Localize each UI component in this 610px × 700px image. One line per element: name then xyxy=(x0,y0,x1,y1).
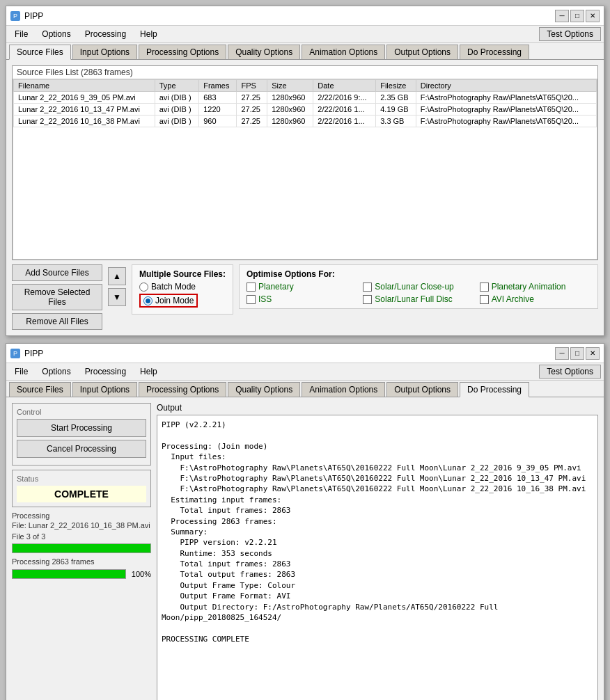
window-1: P PIPP ─ □ ✕ File Options Processing Hel… xyxy=(6,6,604,336)
radio-batch-item[interactable]: Batch Mode xyxy=(139,282,196,292)
start-processing-button[interactable]: Start Processing xyxy=(17,419,146,437)
file-progress-bar-container xyxy=(12,543,151,553)
cancel-processing-button[interactable]: Cancel Processing xyxy=(17,440,146,458)
output-label: Output xyxy=(157,403,598,413)
menu-processing-2[interactable]: Processing xyxy=(79,365,132,378)
checkbox-avi-archive[interactable] xyxy=(480,295,489,304)
opt-planetary-animation[interactable]: Planetary Animation xyxy=(480,282,591,292)
minimize-button-2[interactable]: ─ xyxy=(555,347,569,360)
test-options-button-1[interactable]: Test Options xyxy=(539,27,601,41)
table-cell: Lunar 2_22_2016 9_39_05 PM.avi xyxy=(14,92,155,104)
processing-detail: Processing File: Lunar 2_22_2016 10_16_3… xyxy=(12,511,151,581)
add-source-files-button[interactable]: Add Source Files xyxy=(12,264,102,281)
remove-all-button[interactable]: Remove All Files xyxy=(12,313,102,330)
table-cell: Lunar 2_22_2016 10_16_38 PM.avi xyxy=(14,116,155,127)
remove-selected-button[interactable]: Remove Selected Files xyxy=(12,284,102,310)
radio-join-circle xyxy=(143,296,152,305)
move-down-button[interactable]: ▼ xyxy=(108,288,126,306)
table-header-row: Filename Type Frames FPS Size Date Files… xyxy=(14,80,597,92)
opt-planetary-label: Planetary xyxy=(258,282,294,292)
table-cell: 960 xyxy=(199,116,237,127)
radio-join-label: Join Mode xyxy=(155,296,194,305)
menu-help[interactable]: Help xyxy=(134,28,163,40)
menu-options-2[interactable]: Options xyxy=(36,365,76,378)
table-row[interactable]: Lunar 2_22_2016 9_39_05 PM.aviavi (DIB )… xyxy=(14,92,597,104)
tab-do-processing-2[interactable]: Do Processing xyxy=(460,382,529,397)
file-buttons: Add Source Files Remove Selected Files R… xyxy=(12,264,102,330)
tab-processing-options[interactable]: Processing Options xyxy=(139,45,226,59)
close-button-2[interactable]: ✕ xyxy=(586,347,600,360)
tab-source-files-2[interactable]: Source Files xyxy=(9,382,71,397)
optimise-options: Planetary Solar/Lunar Close-up Planetary… xyxy=(247,282,591,304)
menu-file-2[interactable]: File xyxy=(9,365,33,378)
multiple-source-title: Multiple Source Files: xyxy=(139,269,226,279)
col-fps: FPS xyxy=(237,80,267,92)
tab-source-files[interactable]: Source Files xyxy=(9,45,71,60)
table-row[interactable]: Lunar 2_22_2016 10_13_47 PM.aviavi (DIB … xyxy=(14,104,597,116)
tab-quality-options-2[interactable]: Quality Options xyxy=(228,382,300,397)
table-cell: 2/22/2016 1... xyxy=(313,116,376,127)
checkbox-solar-lunar-close[interactable] xyxy=(363,283,372,292)
title-controls: ─ □ ✕ xyxy=(555,10,600,22)
tab-animation-options-2[interactable]: Animation Options xyxy=(302,382,385,397)
tab-output-options-2[interactable]: Output Options xyxy=(386,382,458,397)
menu-processing[interactable]: Processing xyxy=(79,28,132,40)
menu-options[interactable]: Options xyxy=(36,28,76,40)
opt-solar-lunar-close[interactable]: Solar/Lunar Close-up xyxy=(363,282,474,292)
checkbox-planetary-animation[interactable] xyxy=(480,283,489,292)
tab-animation-options[interactable]: Animation Options xyxy=(302,45,385,59)
opt-iss[interactable]: ISS xyxy=(247,294,357,304)
table-cell: 683 xyxy=(199,92,237,104)
radio-join-row: Join Mode xyxy=(139,294,226,308)
table-cell: 1280x960 xyxy=(267,116,313,127)
table-cell: F:\AstroPhotography Raw\Planets\AT65Q\20… xyxy=(416,92,596,104)
app-icon: P xyxy=(10,11,20,21)
menu-bar-2: File Options Processing Help Test Option… xyxy=(6,363,604,381)
control-group: Control Start Processing Cancel Processi… xyxy=(12,403,151,466)
title-controls-2: ─ □ ✕ xyxy=(555,347,600,360)
tab-output-options[interactable]: Output Options xyxy=(386,45,458,59)
menu-help-2[interactable]: Help xyxy=(134,365,163,378)
tab-processing-options-2[interactable]: Processing Options xyxy=(139,382,226,397)
tab-input-options-2[interactable]: Input Options xyxy=(72,382,137,397)
file-progress-fill xyxy=(13,544,150,552)
maximize-button-2[interactable]: □ xyxy=(570,347,584,360)
maximize-button[interactable]: □ xyxy=(570,10,584,22)
table-cell: avi (DIB ) xyxy=(155,116,198,127)
multiple-source-group: Multiple Source Files: Batch Mode Join M… xyxy=(132,264,233,315)
minimize-button[interactable]: ─ xyxy=(555,10,569,22)
output-text[interactable]: PIPP (v2.2.21) Processing: (Join mode) I… xyxy=(157,415,598,700)
checkbox-planetary[interactable] xyxy=(247,283,256,292)
opt-avi-archive[interactable]: AVI Archive xyxy=(480,294,591,304)
status-label: Status xyxy=(17,475,146,483)
close-button[interactable]: ✕ xyxy=(586,10,600,22)
opt-solar-lunar-full[interactable]: Solar/Lunar Full Disc xyxy=(363,294,474,304)
table-row[interactable]: Lunar 2_22_2016 10_16_38 PM.aviavi (DIB … xyxy=(14,116,597,127)
col-filename: Filename xyxy=(14,80,155,92)
optimise-title: Optimise Options For: xyxy=(247,269,591,279)
col-size: Size xyxy=(267,80,313,92)
frames-progress-bar-container xyxy=(12,569,126,579)
move-up-button[interactable]: ▲ xyxy=(108,267,126,285)
radio-batch-circle xyxy=(139,283,148,292)
table-cell: Lunar 2_22_2016 10_13_47 PM.avi xyxy=(14,104,155,116)
menu-file[interactable]: File xyxy=(9,28,33,40)
opt-planetary[interactable]: Planetary xyxy=(247,282,357,292)
table-cell: 4.19 GB xyxy=(376,104,416,116)
col-frames: Frames xyxy=(199,80,237,92)
window-title-1: PIPP xyxy=(24,11,43,21)
menu-bar-1: File Options Processing Help Test Option… xyxy=(6,26,604,43)
status-box: Status COMPLETE xyxy=(12,470,151,507)
opt-planetary-animation-label: Planetary Animation xyxy=(492,282,566,292)
tab-do-processing[interactable]: Do Processing xyxy=(460,45,529,59)
checkbox-solar-lunar-full[interactable] xyxy=(363,295,372,304)
tab-input-options[interactable]: Input Options xyxy=(72,45,137,59)
opt-avi-archive-label: AVI Archive xyxy=(492,294,534,304)
tab-quality-options[interactable]: Quality Options xyxy=(228,45,300,59)
checkbox-iss[interactable] xyxy=(247,295,256,304)
table-cell: 27.25 xyxy=(237,116,267,127)
file-list-area[interactable]: Filename Type Frames FPS Size Date Files… xyxy=(13,79,597,260)
table-cell: 2/22/2016 9:... xyxy=(313,92,376,104)
test-options-button-2[interactable]: Test Options xyxy=(539,365,601,379)
radio-join-item[interactable]: Join Mode xyxy=(139,294,198,308)
